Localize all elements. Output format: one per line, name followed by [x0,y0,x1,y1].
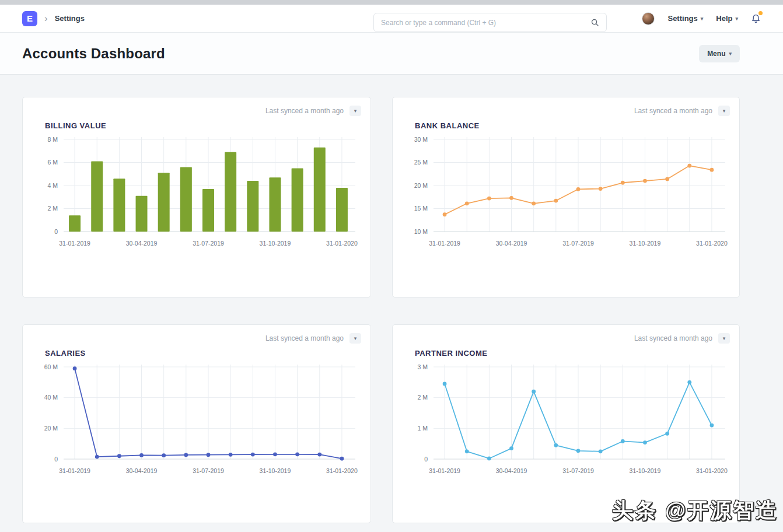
svg-text:40 M: 40 M [44,394,58,401]
svg-text:8 M: 8 M [47,136,58,143]
svg-text:31-01-2020: 31-01-2020 [326,467,358,474]
chart-card-partner-income: Last synced a month ago ▾ PARTNER INCOME… [392,324,740,523]
menu-button-label: Menu [707,50,725,58]
svg-text:30-04-2019: 30-04-2019 [126,467,158,474]
settings-menu[interactable]: Settings ▾ [667,14,703,23]
svg-text:31-07-2019: 31-07-2019 [193,467,224,474]
help-menu-label: Help [716,14,732,23]
chart-title: PARTNER INCOME [415,349,730,358]
svg-text:30 M: 30 M [414,136,428,143]
svg-text:30-04-2019: 30-04-2019 [126,240,158,247]
chart-options-button[interactable]: ▾ [718,333,730,344]
svg-text:20 M: 20 M [44,425,58,432]
svg-text:31-07-2019: 31-07-2019 [193,240,224,247]
svg-text:30-04-2019: 30-04-2019 [496,240,527,247]
chevron-down-icon: ▾ [735,16,738,22]
chart-title: SALARIES [45,349,361,358]
last-synced-label: Last synced a month ago [634,107,712,115]
svg-text:2 M: 2 M [47,205,58,212]
salaries-chart: 020 M40 M60 M31-01-201930-04-201931-07-2… [36,360,360,484]
app-logo[interactable]: E [22,11,37,26]
chevron-down-icon: ▾ [729,51,732,57]
search-icon [590,18,599,27]
chart-options-button[interactable]: ▾ [718,106,730,116]
svg-text:4 M: 4 M [47,182,58,189]
last-synced-label: Last synced a month ago [634,334,712,342]
svg-text:2 M: 2 M [417,394,428,401]
svg-text:0: 0 [54,456,58,463]
last-synced-label: Last synced a month ago [265,107,344,115]
svg-text:31-01-2019: 31-01-2019 [59,240,90,247]
settings-menu-label: Settings [667,14,697,23]
chart-options-button[interactable]: ▾ [349,333,361,344]
svg-text:0: 0 [424,456,428,463]
chart-title: BANK BALANCE [415,121,730,130]
notification-badge [758,11,763,15]
svg-text:31-01-2019: 31-01-2019 [429,240,460,247]
chart-title: BILLING VALUE [45,121,361,130]
chart-card-billing-value: Last synced a month ago ▾ BILLING VALUE … [22,97,371,298]
svg-text:60 M: 60 M [44,363,58,370]
svg-text:25 M: 25 M [414,159,428,166]
breadcrumb[interactable]: Settings [55,14,85,23]
svg-text:30-04-2019: 30-04-2019 [496,467,527,474]
svg-text:31-07-2019: 31-07-2019 [562,240,594,247]
svg-text:10 M: 10 M [414,228,428,235]
svg-text:31-01-2020: 31-01-2020 [326,240,358,247]
svg-text:0: 0 [54,228,58,235]
partner-income-chart: 01 M2 M3 M31-01-201930-04-201931-07-2019… [406,360,730,484]
svg-text:31-10-2019: 31-10-2019 [630,467,661,474]
search-input[interactable] [381,19,590,27]
svg-text:31-10-2019: 31-10-2019 [630,240,661,247]
billing-value-chart: 02 M4 M6 M8 M31-01-201930-04-201931-07-2… [36,132,360,256]
notifications-button[interactable] [751,13,761,24]
svg-text:31-10-2019: 31-10-2019 [260,240,291,247]
chart-card-salaries: Last synced a month ago ▾ SALARIES 020 M… [22,324,371,523]
page-header: Accounts Dashboard Menu ▾ [0,33,783,75]
navbar: E › Settings Settings ▾ Help ▾ [0,5,783,33]
user-avatar[interactable] [642,12,655,25]
svg-text:3 M: 3 M [417,363,428,370]
svg-text:31-10-2019: 31-10-2019 [260,467,291,474]
svg-text:31-01-2020: 31-01-2020 [696,240,728,247]
chart-options-button[interactable]: ▾ [349,106,361,116]
global-search[interactable] [373,13,607,32]
svg-text:6 M: 6 M [47,159,58,166]
svg-text:31-01-2019: 31-01-2019 [59,467,90,474]
svg-text:15 M: 15 M [414,205,428,212]
svg-text:31-01-2020: 31-01-2020 [696,467,728,474]
breadcrumb-chevron-icon: › [44,13,48,23]
last-synced-label: Last synced a month ago [265,334,344,342]
menu-button[interactable]: Menu ▾ [699,45,740,62]
svg-text:1 M: 1 M [417,425,428,432]
chevron-down-icon: ▾ [701,16,704,22]
help-menu[interactable]: Help ▾ [716,14,738,23]
page-title: Accounts Dashboard [22,46,165,62]
bank-balance-chart: 10 M15 M20 M25 M30 M31-01-201930-04-2019… [406,132,730,256]
svg-text:31-07-2019: 31-07-2019 [562,467,594,474]
chart-card-bank-balance: Last synced a month ago ▾ BANK BALANCE 1… [392,97,740,298]
svg-text:20 M: 20 M [414,182,428,189]
svg-text:31-01-2019: 31-01-2019 [429,467,460,474]
dashboard-grid: Last synced a month ago ▾ BILLING VALUE … [0,75,783,523]
window-chrome-strip [0,0,783,5]
